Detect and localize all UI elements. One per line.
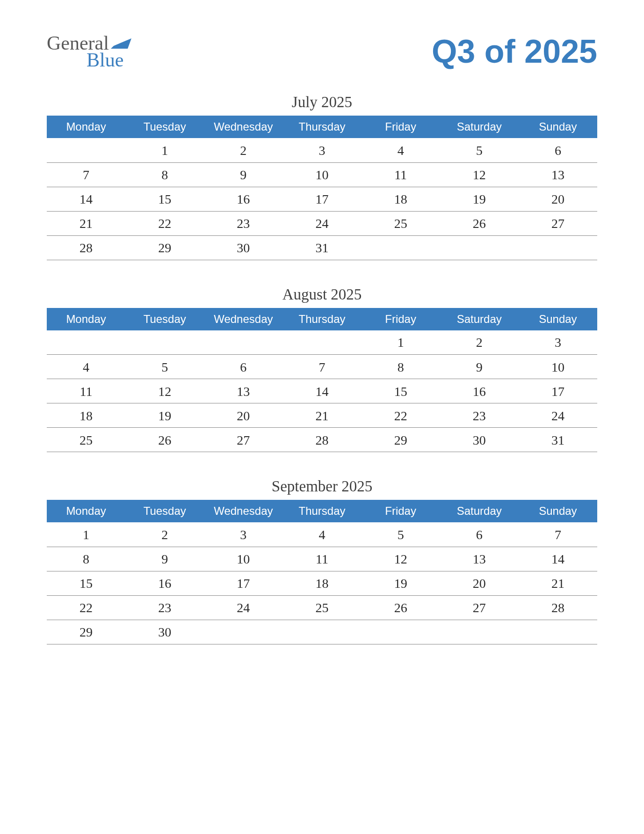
calendar-day: 30 <box>204 235 282 260</box>
header: General Blue Q3 of 2025 <box>47 33 597 70</box>
calendar-day: 12 <box>125 379 204 403</box>
weekday-header: Sunday <box>519 116 597 138</box>
calendar-day: 21 <box>519 571 597 595</box>
calendar-row: 11121314151617 <box>47 379 597 403</box>
weekday-header: Thursday <box>282 500 361 522</box>
calendar-day: 6 <box>519 138 597 162</box>
calendar-day: 3 <box>204 522 282 547</box>
month-block: July 2025MondayTuesdayWednesdayThursdayF… <box>47 94 597 260</box>
calendar-day: 7 <box>282 355 361 379</box>
calendar-day: 14 <box>519 547 597 571</box>
calendar-day <box>282 330 361 355</box>
calendar-day: 2 <box>125 522 204 547</box>
calendar-day: 7 <box>47 162 125 187</box>
logo-word-blue: Blue <box>87 50 123 70</box>
calendar-day: 2 <box>204 138 282 162</box>
calendar-day: 17 <box>282 187 361 211</box>
weekday-header: Wednesday <box>204 116 282 138</box>
calendar-day <box>519 620 597 644</box>
calendar-day: 4 <box>47 355 125 379</box>
calendar-day: 27 <box>204 428 282 452</box>
calendar-day <box>47 138 125 162</box>
calendar-day: 22 <box>362 403 440 428</box>
page-title: Q3 of 2025 <box>432 33 597 70</box>
calendar-day: 30 <box>125 620 204 644</box>
calendar-day: 23 <box>440 403 519 428</box>
calendar-day <box>125 330 204 355</box>
calendar-day <box>440 620 519 644</box>
calendar-day: 16 <box>440 379 519 403</box>
calendar-day: 25 <box>282 595 361 620</box>
calendar-day: 12 <box>440 162 519 187</box>
calendar-day: 5 <box>125 355 204 379</box>
calendar-day: 16 <box>125 571 204 595</box>
svg-marker-0 <box>111 38 131 49</box>
calendar-day <box>47 330 125 355</box>
months-container: July 2025MondayTuesdayWednesdayThursdayF… <box>47 94 597 644</box>
calendar-day: 26 <box>362 595 440 620</box>
calendar-day: 7 <box>519 522 597 547</box>
calendar-day: 3 <box>282 138 361 162</box>
calendar-day: 19 <box>362 571 440 595</box>
calendar-day: 15 <box>125 187 204 211</box>
month-title: August 2025 <box>47 286 597 303</box>
calendar-day: 11 <box>47 379 125 403</box>
calendar-day: 27 <box>440 595 519 620</box>
calendar-day: 8 <box>362 355 440 379</box>
calendar-day: 3 <box>519 330 597 355</box>
month-title: September 2025 <box>47 478 597 495</box>
calendar-row: 28293031 <box>47 235 597 260</box>
calendar-day: 5 <box>362 522 440 547</box>
calendar-day: 30 <box>440 428 519 452</box>
calendar-day: 9 <box>204 162 282 187</box>
calendar-day: 18 <box>362 187 440 211</box>
calendar-day: 1 <box>125 138 204 162</box>
calendar-day <box>362 235 440 260</box>
calendar-day: 6 <box>204 355 282 379</box>
month-title: July 2025 <box>47 94 597 111</box>
calendar-day: 14 <box>282 379 361 403</box>
weekday-header: Saturday <box>440 116 519 138</box>
calendar-row: 123 <box>47 330 597 355</box>
logo: General Blue <box>47 33 131 70</box>
calendar-day: 13 <box>519 162 597 187</box>
calendar-day: 20 <box>519 187 597 211</box>
weekday-header: Monday <box>47 308 125 330</box>
calendar-day: 10 <box>282 162 361 187</box>
calendar-day <box>282 620 361 644</box>
calendar-day: 10 <box>204 547 282 571</box>
calendar-day: 31 <box>519 428 597 452</box>
calendar-row: 14151617181920 <box>47 187 597 211</box>
calendar-day: 24 <box>282 211 361 235</box>
calendar-day: 1 <box>362 330 440 355</box>
calendar-day: 8 <box>47 547 125 571</box>
calendar-day: 20 <box>440 571 519 595</box>
weekday-header: Thursday <box>282 116 361 138</box>
calendar-day <box>440 235 519 260</box>
calendar-day: 12 <box>362 547 440 571</box>
calendar-day: 17 <box>204 571 282 595</box>
calendar-day: 18 <box>47 403 125 428</box>
weekday-header: Friday <box>362 500 440 522</box>
calendar-day: 28 <box>519 595 597 620</box>
calendar-row: 21222324252627 <box>47 211 597 235</box>
weekday-header: Tuesday <box>125 500 204 522</box>
calendar-day: 23 <box>125 595 204 620</box>
calendar-row: 25262728293031 <box>47 428 597 452</box>
calendar-day: 17 <box>519 379 597 403</box>
weekday-header: Monday <box>47 500 125 522</box>
calendar-day: 4 <box>362 138 440 162</box>
calendar-day: 28 <box>282 428 361 452</box>
calendar-day: 29 <box>47 620 125 644</box>
calendar-day: 9 <box>440 355 519 379</box>
calendar-day: 25 <box>362 211 440 235</box>
weekday-header: Saturday <box>440 500 519 522</box>
month-block: August 2025MondayTuesdayWednesdayThursda… <box>47 286 597 453</box>
calendar-day <box>204 620 282 644</box>
calendar-day: 24 <box>519 403 597 428</box>
calendar-row: 22232425262728 <box>47 595 597 620</box>
calendar-row: 891011121314 <box>47 547 597 571</box>
calendar-row: 45678910 <box>47 355 597 379</box>
calendar-day: 27 <box>519 211 597 235</box>
calendar-day: 4 <box>282 522 361 547</box>
